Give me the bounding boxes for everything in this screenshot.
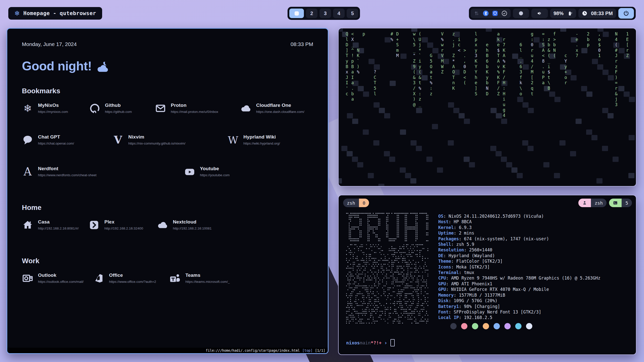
bookmark-cloudflare-one[interactable]: Cloudflare Onehttps://one.dash.cloudflar… <box>240 103 304 114</box>
bookmark-outlook[interactable]: Outlookhttps://outlook.office.com/mail/ <box>22 273 84 284</box>
palette-dot-0 <box>450 323 457 329</box>
recorder-dot-widget[interactable] <box>513 9 529 18</box>
matrix-char: p <box>351 59 354 64</box>
bookmark-chat-gpt[interactable]: Chat GPThttps://chat.openai.com/ <box>22 134 74 146</box>
power-button[interactable] <box>618 8 634 19</box>
matrix-char: e <box>486 42 489 47</box>
bookmark-plex[interactable]: Plexhttp://192.168.2.16:32400 <box>88 219 143 231</box>
bookmark-proton[interactable]: Protonhttps://mail.proton.me/u/0/inbox <box>155 103 218 114</box>
matrix-dim-block <box>411 140 417 146</box>
system-tray: 98% 08:33 PM <box>469 7 636 20</box>
bookmark-url: https://mynixos.com <box>38 110 68 114</box>
startpage-date: Monday, June 17, 2024 <box>22 41 77 47</box>
workspace-button-3[interactable]: 3 <box>319 9 331 18</box>
matrix-char: # <box>615 48 617 53</box>
matrix-char: ( <box>419 69 421 74</box>
matrix-char: z <box>452 31 455 36</box>
workspace-button-1[interactable] <box>289 9 304 18</box>
matrix-dim-block <box>543 162 549 167</box>
bookmark-nextcloud[interactable]: Nextcloudhttp://192.168.2.16:10081 <box>157 219 212 231</box>
matrix-char: ' <box>346 86 348 91</box>
matrix-dim-block <box>496 113 502 118</box>
shell-prompt[interactable]: nixos main *?!+ › <box>346 339 395 346</box>
fetch-label: Terminal <box>438 270 459 275</box>
teams-icon <box>169 273 181 284</box>
bookmark-office[interactable]: Officehttps://www.office.com/?auth=2 <box>93 273 156 284</box>
matrix-char: b <box>486 80 489 85</box>
fetch-value: : Moka [GTK2/3] <box>451 264 490 269</box>
clock-time: 08:33 PM <box>591 11 613 16</box>
bookmark-url: https://mail.proton.me/u/0/inbox <box>171 110 218 114</box>
matrix-char: r <box>626 48 629 53</box>
matrix-dim-block <box>596 178 602 184</box>
bookmark-teams[interactable]: Teamshttps://teams.microsoft.com/_ <box>169 273 230 284</box>
matrix-char: % <box>390 37 393 42</box>
tmux-widget-zsh: zsh <box>578 199 607 207</box>
matrix-char: M <box>531 69 533 74</box>
matrix-char: X <box>413 91 416 96</box>
matrix-dim-block <box>374 102 380 108</box>
matrix-char: j <box>615 97 617 102</box>
matrix-char: 2 <box>587 31 589 36</box>
matrix-dim-block <box>389 157 395 162</box>
matrix-char: a <box>351 80 354 85</box>
matrix-char: p <box>475 37 477 42</box>
matrix-char: $ <box>598 42 601 47</box>
bookmark-hyprland-wiki[interactable]: WHyprland Wikihttps://wiki.hyprland.org/ <box>227 134 280 146</box>
workspace-button-4[interactable]: 4 <box>333 9 345 18</box>
fetch-line: Shell: zsh 5.9 <box>438 242 600 247</box>
matrix-char: B <box>486 53 489 58</box>
person-icon <box>578 199 591 207</box>
matrix-char: ! <box>351 53 354 58</box>
matrix-char: 6 <box>519 64 522 69</box>
quick-settings-group[interactable] <box>471 9 511 18</box>
bookmark-row: Casahttp://192.168.2.16:8081/#/Plexhttp:… <box>22 219 313 243</box>
matrix-dim-block <box>581 86 587 91</box>
fetch-line: GPU: NVIDIA GeForce RTX 4070 Max-Q / Mob… <box>438 287 600 292</box>
matrix-char: v <box>497 64 500 69</box>
bookmark-text: Casahttp://192.168.2.16:8081/#/ <box>38 219 78 230</box>
matrix-dim-block <box>586 129 592 135</box>
clock-widget[interactable]: 08:33 PM <box>578 9 616 18</box>
matrix-dim-block <box>347 151 353 156</box>
volume-widget[interactable] <box>531 9 548 18</box>
matrix-char: h <box>486 48 489 53</box>
matrix-char: y <box>486 75 489 80</box>
matrix-dim-block <box>464 119 470 124</box>
matrix-dim-block <box>338 28 343 32</box>
battery-widget[interactable]: 98% <box>550 9 576 18</box>
bookmark-mynixos[interactable]: ❄MyNixOshttps://mynixos.com <box>22 103 68 114</box>
matrix-char: . <box>351 86 354 91</box>
matrix-dim-block <box>432 48 438 53</box>
bookmark-nerdfont[interactable]: ANerdfonthttps://www.nerdfonts.com/cheat… <box>22 166 97 177</box>
bookmark-text: MyNixOshttps://mynixos.com <box>38 103 68 114</box>
tmux-widget-value: 5 <box>622 199 632 207</box>
matrix-char: b <box>548 42 550 47</box>
matrix-char: & <box>413 75 416 80</box>
bookmark-text: Plexhttp://192.168.2.16:32400 <box>104 219 143 230</box>
matrix-char: K <box>503 64 505 69</box>
matrix-char: 7 <box>576 53 578 58</box>
active-workspace-indicator <box>295 11 299 16</box>
matrix-char: 4 <box>615 37 617 42</box>
matrix-char: Z <box>626 53 629 58</box>
matrix-dim-block <box>586 92 592 97</box>
matrix-char: M <box>396 53 399 58</box>
matrix-char: % <box>357 69 359 74</box>
bookmark-nixvim[interactable]: VNixvimhttps://nix-community.github.io/n… <box>112 134 185 146</box>
matrix-dim-block <box>400 129 406 135</box>
workspaces: 2345 <box>288 7 360 20</box>
bookmark-github[interactable]: Githubhttps://github.com <box>89 103 132 114</box>
matrix-char: 5 <box>430 59 432 64</box>
matrix-char: t <box>531 91 533 96</box>
matrix-char: D <box>396 31 399 36</box>
workspace-button-5[interactable]: 5 <box>347 9 358 18</box>
matrix-char: ( <box>419 31 421 36</box>
matrix-char: h <box>475 75 477 80</box>
matrix-char: : <box>430 86 432 91</box>
bookmark-casa[interactable]: Casahttp://192.168.2.16:8081/#/ <box>22 219 78 231</box>
workspace-button-2[interactable]: 2 <box>306 9 317 18</box>
matrix-char: < <box>458 48 460 53</box>
matrix-dim-block <box>338 178 342 184</box>
bookmark-youtube[interactable]: Youtubehttps://youtube.com <box>184 166 230 177</box>
